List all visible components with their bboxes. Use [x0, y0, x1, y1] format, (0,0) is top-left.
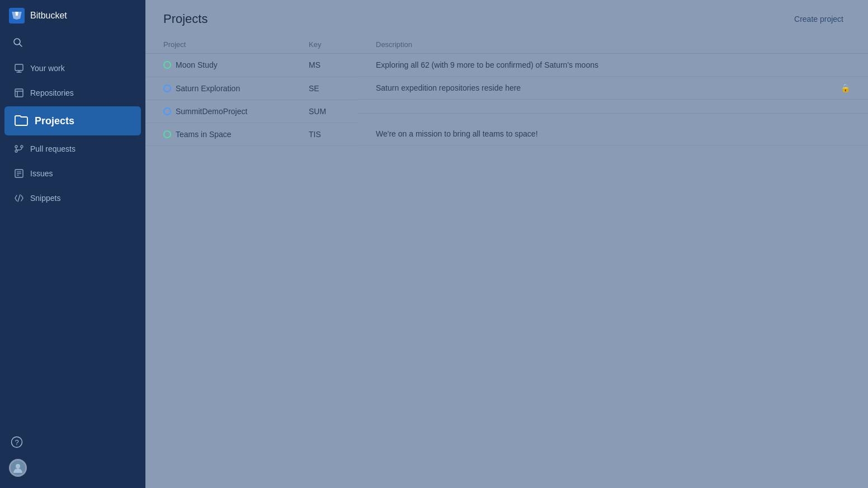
table-row[interactable]: Saturn Exploration SE Saturn expedition … — [145, 77, 868, 100]
col-header-description: Description — [358, 36, 868, 54]
user-avatar[interactable] — [9, 459, 27, 477]
project-key-cell: SUM — [291, 100, 358, 123]
project-name-link[interactable]: Saturn Exploration — [176, 84, 240, 93]
project-description-text: We're on a mission to bring all teams to… — [376, 129, 538, 138]
project-key-cell: MS — [291, 54, 358, 77]
projects-table: Project Key Description Moon Study MS Ex… — [145, 36, 868, 146]
svg-rect-3 — [15, 64, 23, 71]
main-header: Projects Create project — [145, 0, 868, 34]
table-row[interactable]: SummitDemoProject SUM — [145, 100, 868, 123]
sidebar-search-button[interactable] — [9, 34, 27, 51]
sidebar-bottom: ? — [0, 425, 145, 488]
project-key-cell: TIS — [291, 123, 358, 146]
col-header-key: Key — [291, 36, 358, 54]
pull-requests-icon — [13, 143, 25, 154]
svg-line-17 — [18, 195, 20, 201]
project-name-cell: Saturn Exploration — [145, 77, 291, 100]
project-name-cell: Moon Study — [145, 54, 291, 77]
project-status-dot — [163, 107, 171, 115]
lock-icon: 🔒 — [841, 83, 850, 92]
table-row[interactable]: Moon Study MS Exploring all 62 (with 9 m… — [145, 54, 868, 77]
sidebar-item-label: Your work — [30, 64, 65, 73]
svg-line-2 — [20, 44, 22, 47]
sidebar-item-label: Issues — [30, 169, 53, 178]
repositories-icon — [13, 87, 25, 98]
sidebar-item-repositories[interactable]: Repositories — [4, 82, 141, 104]
sidebar-item-label: Snippets — [30, 194, 60, 203]
sidebar-item-projects[interactable]: Projects — [4, 106, 141, 135]
svg-text:?: ? — [15, 438, 18, 447]
app-brand-label: Bitbucket — [30, 11, 67, 21]
help-button[interactable]: ? — [7, 432, 27, 452]
project-name-link[interactable]: Teams in Space — [176, 130, 232, 139]
sidebar-item-pull-requests[interactable]: Pull requests — [4, 138, 141, 160]
svg-point-9 — [15, 146, 17, 148]
project-description-cell: Saturn expedition repositories reside he… — [358, 77, 868, 100]
table-header: Project Key Description — [145, 36, 868, 54]
project-description-text: Exploring all 62 (with 9 more to be conf… — [376, 60, 598, 69]
sidebar-nav: Your work Repositories Projects — [0, 54, 145, 425]
sidebar-projects-label: Projects — [35, 115, 74, 127]
sidebar-header: Bitbucket — [0, 0, 145, 31]
col-header-project: Project — [145, 36, 291, 54]
your-work-icon — [13, 63, 25, 74]
table-body: Moon Study MS Exploring all 62 (with 9 m… — [145, 54, 868, 146]
sidebar-item-label: Repositories — [30, 88, 74, 97]
project-status-dot — [163, 85, 171, 92]
sidebar-item-snippets[interactable]: Snippets — [4, 187, 141, 209]
projects-folder-icon — [13, 113, 29, 129]
snippets-icon — [13, 193, 25, 204]
svg-point-21 — [16, 464, 20, 468]
svg-point-11 — [21, 146, 23, 148]
create-project-button[interactable]: Create project — [787, 11, 850, 27]
svg-rect-6 — [15, 89, 23, 97]
project-status-dot — [163, 130, 171, 138]
table-row[interactable]: Teams in Space TIS We're on a mission to… — [145, 123, 868, 146]
project-name-cell: Teams in Space — [145, 123, 291, 146]
page-title: Projects — [163, 12, 207, 26]
project-description-text: Saturn expedition repositories reside he… — [376, 83, 521, 92]
issues-icon — [13, 168, 25, 179]
project-name-cell: SummitDemoProject — [145, 100, 291, 123]
sidebar-item-your-work[interactable]: Your work — [4, 57, 141, 79]
project-name-link[interactable]: Moon Study — [176, 60, 218, 69]
project-description-cell: Exploring all 62 (with 9 more to be conf… — [358, 54, 868, 77]
sidebar-item-issues[interactable]: Issues — [4, 162, 141, 185]
bitbucket-logo-icon[interactable] — [9, 8, 25, 24]
main-content: Projects Create project Project Key Desc… — [145, 0, 868, 488]
project-key-cell: SE — [291, 77, 358, 100]
project-description-cell — [358, 100, 868, 114]
project-name-link[interactable]: SummitDemoProject — [176, 107, 247, 116]
project-status-dot — [163, 61, 171, 69]
project-description-cell: We're on a mission to bring all teams to… — [358, 123, 868, 146]
sidebar: Bitbucket Your work — [0, 0, 145, 488]
sidebar-item-label: Pull requests — [30, 144, 76, 153]
